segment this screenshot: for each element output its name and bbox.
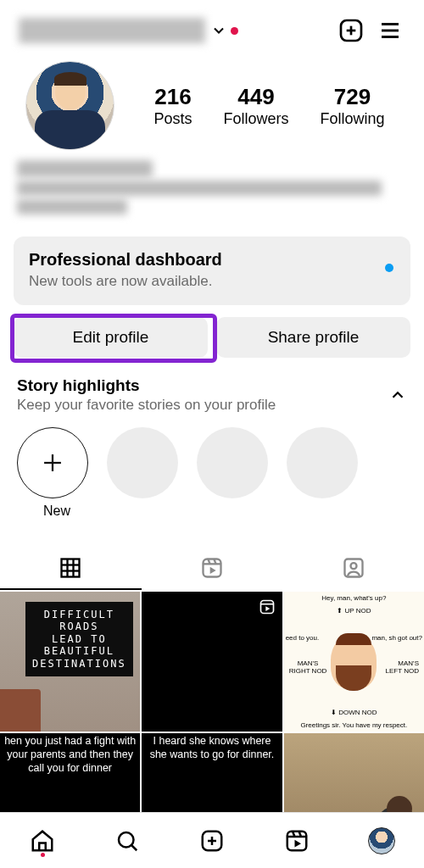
svg-rect-8 xyxy=(62,559,80,577)
notification-dot-icon xyxy=(41,853,45,857)
profile-nav-tab[interactable] xyxy=(367,826,396,855)
highlight-placeholder xyxy=(107,427,178,498)
reel-icon xyxy=(259,598,276,615)
post-caption: I heard she knows where she wants to go … xyxy=(142,733,282,763)
svg-marker-22 xyxy=(265,606,270,611)
notification-dot-icon xyxy=(231,27,238,35)
svg-marker-32 xyxy=(295,839,302,847)
search-tab[interactable] xyxy=(113,826,142,855)
post-caption: hen you just had a fight with your paren… xyxy=(0,733,140,776)
tagged-tab[interactable] xyxy=(282,548,424,590)
following-label: Following xyxy=(320,110,384,128)
svg-rect-13 xyxy=(204,559,221,577)
following-stat[interactable]: 729 Following xyxy=(320,84,384,128)
bio-text xyxy=(17,199,127,214)
account-switch-chevron-icon[interactable] xyxy=(210,22,227,39)
posts-label: Posts xyxy=(153,110,192,128)
profile-header: 216 Posts 449 Followers 729 Following xyxy=(0,49,424,150)
story-highlights-section: Story highlights Keep your favorite stor… xyxy=(0,358,424,524)
grid-tab[interactable] xyxy=(0,548,142,590)
home-tab[interactable] xyxy=(28,826,57,855)
share-profile-button[interactable]: Share profile xyxy=(216,317,410,358)
reels-tab[interactable] xyxy=(142,548,283,590)
username[interactable] xyxy=(19,18,205,43)
post-thumbnail[interactable] xyxy=(142,592,282,732)
post-thumbnail[interactable]: Hey, man, what's up? ⬆ UP NOD eed to you… xyxy=(284,592,424,732)
highlights-subtitle: Keep your favorite stories on your profi… xyxy=(17,397,276,414)
add-highlight-button[interactable] xyxy=(17,427,88,498)
top-bar xyxy=(0,0,424,49)
profile-tabs xyxy=(0,548,424,590)
display-name xyxy=(17,160,153,177)
bottom-nav xyxy=(0,812,424,868)
following-count: 729 xyxy=(320,84,384,110)
svg-marker-17 xyxy=(210,567,216,574)
edit-profile-button[interactable]: Edit profile xyxy=(14,317,208,358)
followers-count: 449 xyxy=(223,84,288,110)
post-caption: DIFFICULT ROADS LEAD TO BEAUTIFUL DESTIN… xyxy=(25,602,133,676)
posts-count: 216 xyxy=(153,84,192,110)
svg-point-23 xyxy=(119,832,134,848)
reels-nav-tab[interactable] xyxy=(282,826,311,855)
collapse-highlights-chevron-icon[interactable] xyxy=(388,386,407,404)
post-thumbnail[interactable]: DIFFICULT ROADS LEAD TO BEAUTIFUL DESTIN… xyxy=(0,592,140,732)
posts-stat[interactable]: 216 Posts xyxy=(153,84,192,128)
svg-line-24 xyxy=(131,845,137,850)
svg-point-19 xyxy=(350,563,356,569)
svg-rect-28 xyxy=(287,831,307,850)
avatar-icon xyxy=(368,827,395,854)
svg-rect-20 xyxy=(260,601,273,614)
profile-action-row: Edit profile Share profile xyxy=(0,305,424,358)
bio-section xyxy=(0,150,424,218)
add-highlight-label: New xyxy=(35,504,70,519)
dashboard-title: Professional dashboard xyxy=(29,250,395,270)
followers-stat[interactable]: 449 Followers xyxy=(223,84,288,128)
bio-text xyxy=(17,181,382,196)
highlight-placeholder xyxy=(287,427,358,498)
professional-dashboard-card[interactable]: Professional dashboard New tools are now… xyxy=(14,236,410,305)
highlights-title: Story highlights xyxy=(17,376,276,395)
highlight-placeholder xyxy=(197,427,268,498)
followers-label: Followers xyxy=(223,110,288,128)
create-tab[interactable] xyxy=(198,826,226,855)
dashboard-subtitle: New tools are now available. xyxy=(29,273,395,290)
create-button[interactable] xyxy=(336,15,366,46)
new-indicator-icon xyxy=(385,264,393,272)
menu-button[interactable] xyxy=(375,15,405,46)
profile-avatar[interactable] xyxy=(25,61,114,150)
